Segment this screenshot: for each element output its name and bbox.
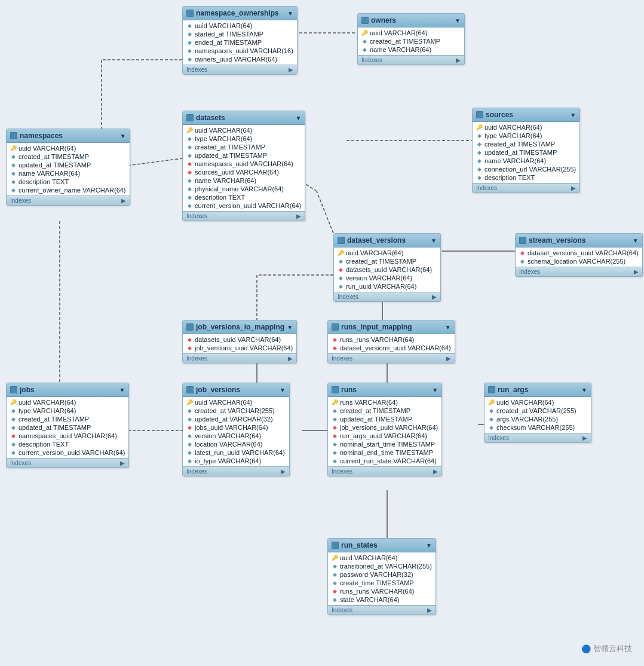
table-row[interactable]: ◆namespaces_uuid VARCHAR(64) <box>7 432 128 440</box>
table-dropdown-sources[interactable]: ▼ <box>570 112 576 118</box>
table-stream_versions[interactable]: stream_versions▼◆dataset_versions_uuid V… <box>515 233 643 277</box>
table-row[interactable]: ◆namespaces_uuid VARCHAR(64) <box>183 160 305 168</box>
table-row[interactable]: ◆dataset_versions_uuid VARCHAR(64) <box>516 249 642 257</box>
table-header-namespaces[interactable]: namespaces▼ <box>7 129 130 143</box>
table-job_versions_io_mapping[interactable]: job_versions_io_mapping▼◆datasets_uuid V… <box>182 320 297 363</box>
table-row[interactable]: ◆created_at TIMESTAMP <box>7 152 130 161</box>
table-row[interactable]: ◆physical_name VARCHAR(64) <box>183 185 305 193</box>
table-header-jobs[interactable]: jobs▼ <box>7 383 128 397</box>
table-row[interactable]: ◆state VARCHAR(64) <box>328 595 436 604</box>
table-row[interactable]: ◆nominal_start_time TIMESTAMP <box>328 440 441 448</box>
table-footer-datasets[interactable]: Indexes▶ <box>183 211 305 221</box>
table-datasets[interactable]: datasets▼🔑uuid VARCHAR(64)◆type VARCHAR(… <box>182 111 305 221</box>
table-job_versions[interactable]: job_versions▼🔑uuid VARCHAR(64)◆created_a… <box>182 383 290 476</box>
table-footer-stream_versions[interactable]: Indexes▶ <box>516 267 642 276</box>
footer-arrow-icon[interactable]: ▶ <box>296 213 301 219</box>
table-row[interactable]: ◆schema_location VARCHAR(255) <box>516 257 642 265</box>
table-row[interactable]: ◆run_args_uuid VARCHAR(64) <box>328 432 441 440</box>
table-footer-namespace_ownerships[interactable]: Indexes▶ <box>183 65 297 74</box>
table-row[interactable]: ◆run_uuid VARCHAR(64) <box>334 282 440 291</box>
table-row[interactable]: ◆started_at TIMESTAMP <box>183 30 297 38</box>
table-row[interactable]: ◆version VARCHAR(64) <box>334 274 440 282</box>
table-row[interactable]: ◆updated_at TIMESTAMP <box>473 148 579 157</box>
table-row[interactable]: ◆transitioned_at VARCHAR(255) <box>328 562 436 570</box>
table-header-sources[interactable]: sources▼ <box>473 108 579 122</box>
table-row[interactable]: ◆sources_uuid VARCHAR(64) <box>183 168 305 176</box>
table-row[interactable]: ◆args VARCHAR(255) <box>484 415 591 423</box>
table-row[interactable]: ◆dataset_versions_uuid VARCHAR(64) <box>328 344 455 352</box>
table-footer-sources[interactable]: Indexes▶ <box>473 183 579 193</box>
table-dataset_versions[interactable]: dataset_versions▼🔑uuid VARCHAR(64)◆creat… <box>333 233 441 302</box>
table-row[interactable]: ◆type VARCHAR(64) <box>183 135 305 143</box>
table-dropdown-run_states[interactable]: ▼ <box>426 542 432 549</box>
footer-arrow-icon[interactable]: ▶ <box>446 355 451 362</box>
table-row[interactable]: ◆name VARCHAR(64) <box>183 176 305 185</box>
table-row[interactable]: ◆checksum VARCHAR(255) <box>484 423 591 432</box>
table-header-owners[interactable]: owners▼ <box>358 14 464 28</box>
table-header-job_versions[interactable]: job_versions▼ <box>183 383 289 397</box>
table-row[interactable]: 🔑uuid VARCHAR(64) <box>183 398 289 407</box>
table-row[interactable]: ◆created_at TIMESTAMP <box>183 143 305 151</box>
table-header-stream_versions[interactable]: stream_versions▼ <box>516 234 642 248</box>
table-row[interactable]: ◆password VARCHAR(32) <box>328 570 436 579</box>
table-row[interactable]: ◆type VARCHAR(64) <box>7 407 128 415</box>
table-row[interactable]: ◆connection_url VARCHAR(255) <box>473 165 579 173</box>
table-runs_input_mapping[interactable]: runs_input_mapping▼◆runs_runs VARCHAR(64… <box>327 320 455 363</box>
footer-arrow-icon[interactable]: ▶ <box>582 435 587 441</box>
table-footer-dataset_versions[interactable]: Indexes▶ <box>334 292 440 301</box>
table-row[interactable]: ◆name VARCHAR(64) <box>358 45 464 54</box>
table-row[interactable]: 🔑uuid VARCHAR(64) <box>183 126 305 135</box>
table-header-run_args[interactable]: run_args▼ <box>484 383 591 397</box>
table-run_args[interactable]: run_args▼🔑uuid VARCHAR(64)◆created_at VA… <box>484 383 591 443</box>
footer-arrow-icon[interactable]: ▶ <box>288 355 293 362</box>
footer-arrow-icon[interactable]: ▶ <box>634 268 639 275</box>
table-header-namespace_ownerships[interactable]: namespace_ownerships▼ <box>183 7 297 20</box>
table-row[interactable]: 🔑uuid VARCHAR(64) <box>7 144 130 152</box>
table-footer-runs_input_mapping[interactable]: Indexes▶ <box>328 353 455 363</box>
footer-arrow-icon[interactable]: ▶ <box>289 66 293 73</box>
table-runs[interactable]: runs▼🔑runs VARCHAR(64)◆created_at TIMEST… <box>327 383 442 476</box>
table-row[interactable]: ◆uuid VARCHAR(64) <box>183 22 297 30</box>
table-row[interactable]: 🔑uuid VARCHAR(64) <box>484 398 591 407</box>
table-row[interactable]: ◆created_at VARCHAR(255) <box>183 407 289 415</box>
footer-arrow-icon[interactable]: ▶ <box>120 460 125 466</box>
table-row[interactable]: ◆latest_run_uuid VARCHAR(64) <box>183 448 289 457</box>
table-header-runs[interactable]: runs▼ <box>328 383 441 397</box>
footer-arrow-icon[interactable]: ▶ <box>121 197 126 204</box>
table-row[interactable]: ◆current_owner_name VARCHAR(64) <box>7 186 130 194</box>
table-row[interactable]: ◆current_version_uuid VARCHAR(64) <box>7 448 128 457</box>
table-row[interactable]: ◆name VARCHAR(64) <box>473 157 579 165</box>
table-jobs[interactable]: jobs▼🔑uuid VARCHAR(64)◆type VARCHAR(64)◆… <box>6 383 129 468</box>
table-row[interactable]: ◆jobs_uuid VARCHAR(64) <box>183 423 289 432</box>
table-dropdown-jobs[interactable]: ▼ <box>119 387 125 393</box>
table-row[interactable]: 🔑uuid VARCHAR(64) <box>7 398 128 407</box>
table-row[interactable]: ◆updated_at TIMESTAMP <box>7 161 130 169</box>
table-dropdown-job_versions_io_mapping[interactable]: ▼ <box>287 324 293 331</box>
table-dropdown-namespaces[interactable]: ▼ <box>120 133 126 139</box>
table-row[interactable]: ◆version VARCHAR(64) <box>183 432 289 440</box>
footer-arrow-icon[interactable]: ▶ <box>432 294 437 300</box>
table-row[interactable]: ◆nominal_end_time TIMESTAMP <box>328 448 441 457</box>
table-header-datasets[interactable]: datasets▼ <box>183 111 305 125</box>
table-row[interactable]: ◆updated_at TIMESTAMP <box>7 423 128 432</box>
table-namespaces[interactable]: namespaces▼🔑uuid VARCHAR(64)◆created_at … <box>6 129 130 206</box>
table-header-runs_input_mapping[interactable]: runs_input_mapping▼ <box>328 320 455 334</box>
table-row[interactable]: ◆created_at TIMESTAMP <box>334 257 440 265</box>
table-row[interactable]: ◆updated_at VARCHAR(32) <box>183 415 289 423</box>
table-dropdown-dataset_versions[interactable]: ▼ <box>431 237 437 244</box>
table-row[interactable]: ◆datasets_uuid VARCHAR(64) <box>334 265 440 274</box>
table-dropdown-stream_versions[interactable]: ▼ <box>633 237 639 244</box>
table-footer-owners[interactable]: Indexes▶ <box>358 55 464 65</box>
table-sources[interactable]: sources▼🔑uuid VARCHAR(64)◆type VARCHAR(6… <box>472 108 580 193</box>
table-header-run_states[interactable]: run_states▼ <box>328 539 436 552</box>
table-footer-namespaces[interactable]: Indexes▶ <box>7 195 130 205</box>
table-row[interactable]: ◆description TEXT <box>473 173 579 182</box>
table-row[interactable]: ◆datasets_uuid VARCHAR(64) <box>183 335 296 344</box>
table-dropdown-run_args[interactable]: ▼ <box>581 387 587 393</box>
table-row[interactable]: ◆description TEXT <box>7 440 128 448</box>
table-dropdown-runs[interactable]: ▼ <box>432 387 438 393</box>
table-footer-job_versions[interactable]: Indexes▶ <box>183 466 289 476</box>
table-row[interactable]: ◆location VARCHAR(64) <box>183 440 289 448</box>
table-header-dataset_versions[interactable]: dataset_versions▼ <box>334 234 440 248</box>
table-row[interactable]: ◆created_at TIMESTAMP <box>473 140 579 148</box>
